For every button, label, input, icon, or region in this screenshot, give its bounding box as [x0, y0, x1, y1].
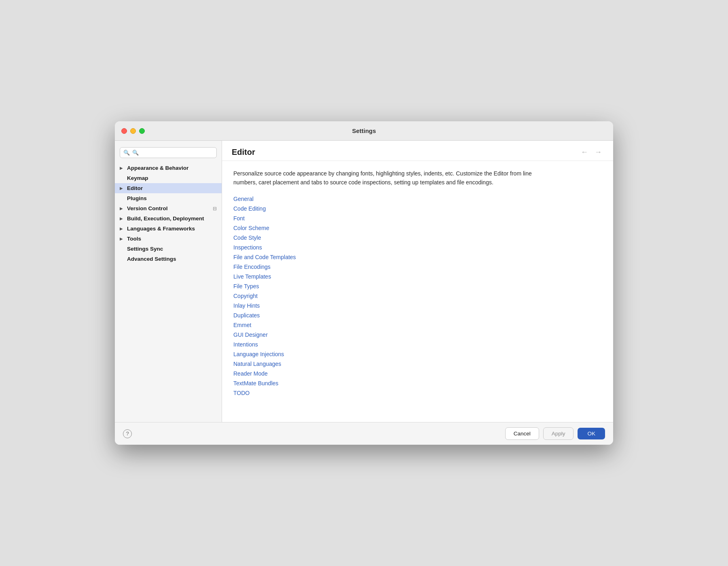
editor-link-copyright[interactable]: Copyright	[233, 292, 602, 300]
window-title: Settings	[352, 127, 376, 134]
chevron-icon: ▶	[118, 206, 125, 211]
sidebar-item-label: Editor	[127, 185, 143, 191]
sidebar-item-build[interactable]: ▶Build, Execution, Deployment	[115, 213, 222, 224]
titlebar: Settings	[115, 121, 613, 141]
chevron-icon: ▶	[118, 186, 125, 190]
chevron-icon: ▶	[118, 237, 125, 241]
maximize-button[interactable]	[139, 128, 145, 134]
cancel-button[interactable]: Cancel	[505, 427, 539, 440]
links-list: GeneralCode EditingFontColor SchemeCode …	[233, 195, 602, 397]
footer-right: Cancel Apply OK	[505, 427, 605, 440]
sidebar-item-label: Plugins	[127, 195, 147, 201]
sidebar-item-plugins[interactable]: Plugins	[115, 193, 222, 203]
content-area: 🔍 ▶Appearance & BehaviorKeymap▶EditorPlu…	[115, 141, 613, 422]
chevron-icon: ▶	[118, 216, 125, 221]
editor-link-emmet[interactable]: Emmet	[233, 321, 602, 329]
sidebar-item-label: Version Control	[127, 205, 168, 211]
editor-link-inspections[interactable]: Inspections	[233, 244, 602, 251]
sidebar-item-label: Languages & Frameworks	[127, 226, 195, 232]
editor-link-natural-languages[interactable]: Natural Languages	[233, 360, 602, 367]
sidebar-nav: ▶Appearance & BehaviorKeymap▶EditorPlugi…	[115, 163, 222, 264]
sidebar-item-label: Tools	[127, 236, 141, 242]
editor-link-file-encodings[interactable]: File Encodings	[233, 263, 602, 270]
footer-left: ?	[123, 429, 132, 438]
sidebar-item-languages[interactable]: ▶Languages & Frameworks	[115, 224, 222, 234]
minimize-button[interactable]	[130, 128, 136, 134]
editor-link-code-editing[interactable]: Code Editing	[233, 205, 602, 212]
search-input[interactable]	[132, 150, 213, 156]
editor-link-inlay-hints[interactable]: Inlay Hints	[233, 302, 602, 309]
editor-link-textmate-bundles[interactable]: TextMate Bundles	[233, 380, 602, 387]
sidebar-item-tools[interactable]: ▶Tools	[115, 234, 222, 244]
traffic-lights	[121, 128, 145, 134]
editor-link-duplicates[interactable]: Duplicates	[233, 312, 602, 319]
search-icon: 🔍	[123, 150, 130, 156]
footer: ? Cancel Apply OK	[115, 422, 613, 445]
editor-link-file-types[interactable]: File Types	[233, 283, 602, 290]
settings-window: Settings 🔍 ▶Appearance & BehaviorKeymap▶…	[115, 121, 613, 445]
forward-button[interactable]: →	[593, 147, 603, 157]
sidebar-item-advanced-settings[interactable]: Advanced Settings	[115, 254, 222, 264]
help-button[interactable]: ?	[123, 429, 132, 438]
chevron-icon: ▶	[118, 166, 125, 170]
sidebar-item-label: Build, Execution, Deployment	[127, 215, 204, 222]
version-control-icon: ⊟	[213, 206, 217, 211]
main-header: Editor ← →	[222, 141, 613, 161]
search-box[interactable]: 🔍	[120, 147, 217, 158]
editor-link-color-scheme[interactable]: Color Scheme	[233, 224, 602, 232]
sidebar: 🔍 ▶Appearance & BehaviorKeymap▶EditorPlu…	[115, 141, 222, 422]
nav-arrows: ← →	[579, 147, 603, 157]
editor-link-gui-designer[interactable]: GUI Designer	[233, 331, 602, 338]
main-panel: Editor ← → Personalize source code appea…	[222, 141, 613, 422]
editor-link-reader-mode[interactable]: Reader Mode	[233, 370, 602, 377]
sidebar-item-label: Settings Sync	[127, 246, 163, 252]
editor-link-intentions[interactable]: Intentions	[233, 341, 602, 348]
sidebar-item-appearance[interactable]: ▶Appearance & Behavior	[115, 163, 222, 173]
sidebar-item-label: Keymap	[127, 175, 148, 181]
back-button[interactable]: ←	[579, 147, 590, 157]
sidebar-item-label: Appearance & Behavior	[127, 165, 188, 171]
editor-link-code-style[interactable]: Code Style	[233, 234, 602, 241]
editor-link-font[interactable]: Font	[233, 215, 602, 222]
sidebar-item-keymap[interactable]: Keymap	[115, 173, 222, 183]
sidebar-item-settings-sync[interactable]: Settings Sync	[115, 244, 222, 254]
main-panel-title: Editor	[232, 148, 255, 157]
main-content: Personalize source code appearance by ch…	[222, 161, 613, 422]
editor-description: Personalize source code appearance by ch…	[233, 169, 549, 187]
sidebar-item-version-control[interactable]: ▶Version Control⊟	[115, 203, 222, 213]
close-button[interactable]	[121, 128, 127, 134]
sidebar-item-label: Advanced Settings	[127, 256, 176, 262]
editor-link-general[interactable]: General	[233, 195, 602, 203]
editor-link-file-and-code-templates[interactable]: File and Code Templates	[233, 253, 602, 261]
ok-button[interactable]: OK	[578, 428, 605, 439]
chevron-icon: ▶	[118, 226, 125, 231]
editor-link-todo[interactable]: TODO	[233, 389, 602, 397]
editor-link-live-templates[interactable]: Live Templates	[233, 273, 602, 280]
apply-button[interactable]: Apply	[543, 427, 574, 440]
editor-link-language-injections[interactable]: Language Injections	[233, 351, 602, 358]
sidebar-item-editor[interactable]: ▶Editor	[115, 183, 222, 193]
